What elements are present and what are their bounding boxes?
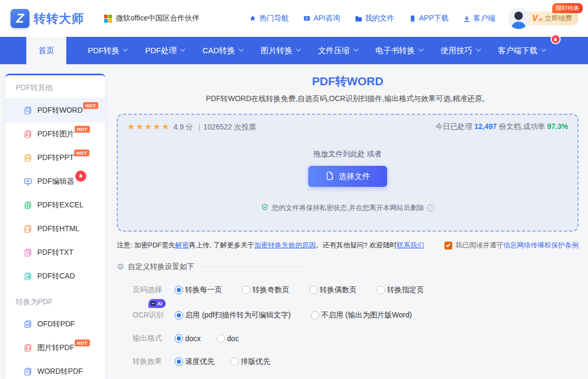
info-icon[interactable]: i	[427, 204, 434, 212]
radio-option-ocr-enable[interactable]: 启用 (pdf扫描件转为可编辑文字)	[175, 311, 291, 320]
image-doc-icon	[24, 130, 32, 138]
radio-option-layout-first[interactable]: 排版优先	[230, 357, 270, 366]
flame-icon	[249, 15, 257, 23]
flame-badge-icon	[75, 171, 86, 182]
promo-badge: 限时特惠	[552, 3, 583, 13]
divider	[201, 266, 307, 267]
radio-option-every-page[interactable]: 转换每一页	[175, 285, 222, 295]
site-logo[interactable]: Z 转转大师	[11, 9, 84, 28]
setting-row-convert-effect: 转换效果 速度优先 排版优先	[117, 357, 579, 366]
sidebar: PDF转其他 PDF转WORD HOT PDF转图片 HOT PDF转PPT H…	[5, 74, 105, 379]
page-body: PDF转其他 PDF转WORD HOT PDF转图片 HOT PDF转PPT H…	[0, 64, 588, 379]
upload-dropzone[interactable]: ★★★★★4.9 分 |1026522 次投票 今日已处理 12,497 份文档…	[117, 114, 579, 232]
agreement-checkbox[interactable]	[444, 242, 452, 250]
contact-us-link[interactable]: 联系我们	[397, 241, 424, 249]
header-link-api[interactable]: API咨询	[303, 14, 340, 23]
sidebar-item-pdf-to-html[interactable]: PDF转HTML	[5, 217, 105, 241]
word-doc-icon	[24, 367, 32, 376]
file-plus-icon	[325, 171, 334, 182]
radio-icon[interactable]	[230, 357, 239, 366]
dropzone-hint: 拖放文件到此处 或者	[127, 149, 568, 159]
header-link-my-files[interactable]: 我的文件	[354, 14, 394, 23]
decrypt-link[interactable]: 解密	[175, 241, 189, 249]
folder-icon	[354, 15, 362, 23]
cad-doc-icon	[24, 272, 32, 281]
phone-icon	[409, 15, 417, 23]
header-links: 热门导航 API咨询 我的文件 APP下载 客户端	[249, 14, 495, 23]
logo-z-icon: Z	[11, 9, 29, 28]
chevron-down-icon	[475, 46, 481, 52]
radio-icon[interactable]	[217, 334, 225, 343]
radio-option-speed-first[interactable]: 速度优先	[175, 357, 215, 366]
ofd-doc-icon	[24, 320, 32, 328]
today-stats: 今日已处理 12,497 份文档,成功率 97.3%	[435, 122, 568, 132]
radio-option-docx[interactable]: docx	[175, 334, 201, 343]
sidebar-item-pdf-to-word[interactable]: PDF转WORD HOT	[5, 98, 105, 122]
vip-renew-button[interactable]: VIP 立即续费	[522, 12, 579, 25]
header-link-client[interactable]: 客户端	[463, 14, 495, 23]
vip-renew-label: 立即续费	[545, 14, 572, 23]
radio-icon[interactable]	[175, 357, 183, 366]
gear-icon: ⚙	[117, 262, 124, 272]
header-link-hot-nav[interactable]: 热门导航	[249, 14, 289, 23]
ai-badge: AI	[148, 299, 166, 308]
monitor-icon	[24, 177, 32, 186]
regulation-link[interactable]: 信息网络传播权保护条例	[503, 241, 579, 249]
dropzone-stats-row: ★★★★★4.9 分 |1026522 次投票 今日已处理 12,497 份文档…	[127, 122, 568, 132]
sidebar-item-pdf-to-ppt[interactable]: PDF转PPT HOT	[5, 146, 105, 169]
sidebar-item-image-to-pdf[interactable]: 图片转PDF HOT	[5, 336, 105, 360]
nav-item-client-download[interactable]: 客户端下载	[489, 37, 554, 64]
chevron-down-icon	[238, 46, 244, 52]
sidebar-item-pdf-to-cad[interactable]: PDF转CAD	[5, 264, 105, 288]
radio-icon[interactable]	[175, 286, 183, 294]
radio-option-ocr-disable[interactable]: 不启用 (输出为图片版Word)	[311, 311, 412, 320]
radio-icon[interactable]	[242, 286, 250, 294]
vip-icon: V	[532, 14, 538, 23]
fail-reason-link[interactable]: 加密转换失败的原因	[254, 241, 316, 249]
main-content: PDF转WORD PDF转WORD在线转换免费,自选页码,OCR识别扫描件,输出…	[105, 64, 588, 379]
radio-icon[interactable]	[377, 286, 385, 294]
radio-option-odd-pages[interactable]: 转换奇数页	[242, 285, 289, 295]
ppt-doc-icon	[24, 154, 32, 162]
sidebar-item-pdf-to-txt[interactable]: PDF转TXT	[5, 241, 105, 264]
nav-item-file-compress[interactable]: 文件压缩	[309, 37, 367, 64]
partner-badge: 微软office中国区合作伙伴	[104, 14, 199, 23]
hot-badge: HOT	[75, 126, 90, 133]
radio-option-specified-pages[interactable]: 转换指定页	[377, 285, 424, 295]
settings-title: 自定义转换设置如下	[128, 262, 194, 272]
chevron-down-icon	[353, 46, 358, 52]
microsoft-logo-icon	[104, 15, 112, 23]
nav-item-tips[interactable]: 使用技巧	[432, 37, 489, 64]
agreement: 我已阅读并遵守信息网络传播权保护条例	[444, 241, 579, 250]
radio-option-even-pages[interactable]: 转换偶数页	[309, 285, 357, 295]
nav-item-home[interactable]: 首页	[26, 37, 66, 64]
nav-item-pdf-process[interactable]: PDF处理	[136, 37, 194, 64]
hot-badge: HOT	[74, 149, 89, 156]
radio-icon[interactable]	[175, 334, 183, 343]
chevron-down-icon	[418, 46, 423, 52]
chevron-down-icon	[296, 46, 301, 52]
sidebar-item-ofd-to-pdf[interactable]: OFD转PDF	[5, 312, 105, 336]
sidebar-item-word-to-pdf[interactable]: WORD转PDF	[5, 360, 105, 379]
sidebar-item-pdf-editor[interactable]: PDF编辑器	[5, 169, 105, 193]
radio-icon[interactable]	[311, 311, 319, 320]
sidebar-item-pdf-to-image[interactable]: PDF转图片 HOT	[5, 122, 105, 146]
user-avatar[interactable]	[508, 8, 529, 29]
top-header: Z 转转大师 微软office中国区合作伙伴 热门导航 API咨询 我的文件 A…	[0, 0, 588, 37]
radio-option-doc[interactable]: doc	[217, 334, 239, 343]
nav-item-cad-convert[interactable]: CAD转换	[194, 37, 252, 64]
radio-icon[interactable]	[309, 286, 318, 294]
radio-icon[interactable]	[175, 311, 183, 320]
logo-text: 转转大师	[34, 11, 84, 27]
header-link-app-download[interactable]: APP下载	[409, 14, 449, 23]
privacy-note: 您的文件将保持私密状态,并在您离开本网站后删除 i	[127, 203, 568, 213]
html-doc-icon	[24, 225, 32, 233]
doc-icon	[24, 106, 32, 115]
sidebar-item-pdf-to-excel[interactable]: PDF转EXCEL	[5, 193, 105, 217]
nav-item-ebook-convert[interactable]: 电子书转换	[367, 37, 432, 64]
rating: ★★★★★4.9 分 |1026522 次投票	[127, 122, 256, 132]
nav-item-pdf-convert[interactable]: PDF转换	[79, 37, 136, 64]
select-file-button[interactable]: 选择文件	[308, 166, 387, 187]
chevron-down-icon	[180, 46, 186, 52]
nav-item-image-convert[interactable]: 图片转换	[252, 37, 309, 64]
